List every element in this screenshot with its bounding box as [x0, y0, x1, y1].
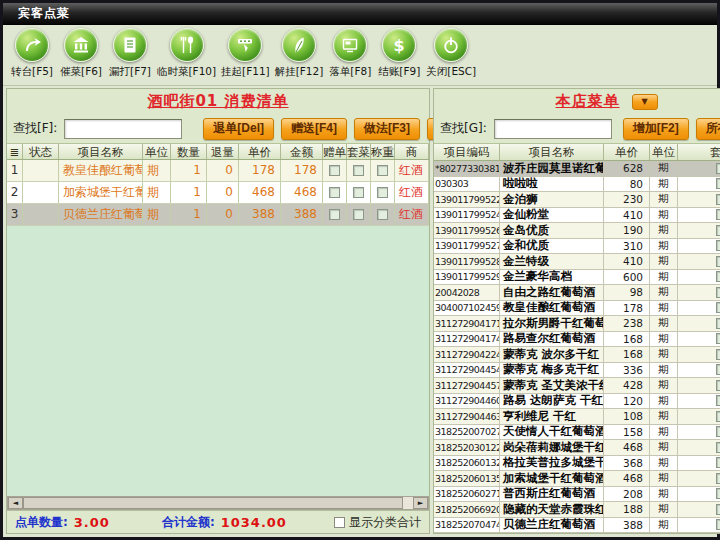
set-meal-checkbox[interactable]: [353, 209, 364, 220]
gift-checkbox[interactable]: [329, 187, 340, 198]
set-meal-checkbox[interactable]: [716, 395, 720, 406]
set-meal-checkbox[interactable]: [716, 504, 720, 515]
menu-row[interactable]: 3182520070279天使情人干红葡萄酒158期: [434, 425, 720, 441]
menu-row[interactable]: 3182520704747贝德兰庄红葡萄酒388期: [434, 518, 720, 534]
order-search-input[interactable]: [64, 119, 182, 139]
menu-row[interactable]: 3112729042241蒙蒂克 波尔多干红168期: [434, 347, 720, 363]
order-table-body: 1教皇佳酿红葡萄酒期10178178红酒2加索城堡干红葡萄酒期10468468红…: [7, 160, 429, 226]
set-meal-checkbox[interactable]: [716, 302, 720, 313]
place-order-button[interactable]: 落单[F8]: [327, 28, 373, 79]
close-button[interactable]: 关闭[ESC]: [425, 28, 477, 79]
suspend-button[interactable]: 挂起[F11]: [220, 28, 271, 79]
amount-cell: 388: [281, 204, 323, 225]
resume-button[interactable]: 解挂[F12]: [274, 28, 325, 79]
scroll-left-icon[interactable]: ◄: [8, 497, 23, 509]
menu-row[interactable]: 3182520301229岗朵蓓莉娜城堡干红468期: [434, 440, 720, 456]
item-name-cell: 加索城堡干红葡萄酒: [59, 182, 143, 203]
set-meal-checkbox[interactable]: [716, 442, 720, 453]
unit-cell: 期: [143, 182, 171, 203]
weigh-checkbox[interactable]: [377, 165, 388, 176]
set-meal-checkbox[interactable]: [716, 271, 720, 282]
menu-row[interactable]: 20042028自由之路红葡萄酒98期: [434, 285, 720, 301]
menu-row[interactable]: 3112729044603路易 达朗萨克 干红120期: [434, 394, 720, 410]
menu-row[interactable]: 3182520601329格拉芙普拉多城堡干368期: [434, 456, 720, 472]
menu-row[interactable]: 3182520601350加索城堡干红葡萄酒468期: [434, 471, 720, 487]
place-order-icon: [333, 28, 367, 62]
weigh-checkbox[interactable]: [377, 187, 388, 198]
gift-button[interactable]: 赠送[F4]: [281, 118, 347, 140]
scroll-right-icon[interactable]: ►: [413, 497, 428, 509]
unit-cell: 期: [650, 378, 678, 393]
gift-checkbox[interactable]: [329, 209, 340, 220]
menu-row[interactable]: 1390117995269金岛优质190期: [434, 223, 720, 239]
set-meal-checkbox[interactable]: [716, 209, 720, 220]
order-row[interactable]: 1教皇佳酿红葡萄酒期10178178红酒: [7, 160, 429, 182]
menu-row[interactable]: *802773303811波乔庄园莫里诺红葡628期: [434, 161, 720, 177]
menu-row[interactable]: 3112729041718拉尔斯男爵干红葡萄238期: [434, 316, 720, 332]
unit-cell: 期: [650, 487, 678, 502]
set-meal-checkbox[interactable]: [716, 457, 720, 468]
gift-checkbox[interactable]: [329, 165, 340, 176]
set-meal-checkbox[interactable]: [716, 256, 720, 267]
urge-dish-button[interactable]: 催菜[F6]: [58, 28, 104, 79]
cooking-method-button[interactable]: 做法[F3]: [354, 118, 420, 140]
menu-row[interactable]: 3182520602715普西斯庄红葡萄酒208期: [434, 487, 720, 503]
set-meal-checkbox[interactable]: [716, 364, 720, 375]
set-meal-checkbox[interactable]: [716, 333, 720, 344]
menu-row[interactable]: 3040071024595教皇佳酿红葡萄酒178期: [434, 301, 720, 317]
menu-row[interactable]: 3182520669206隐藏的天堂赤霞珠红188期: [434, 502, 720, 518]
add-item-button[interactable]: 增加[F2]: [623, 118, 689, 140]
horizontal-scroll-thumb[interactable]: [23, 497, 403, 509]
set-meal-checkbox[interactable]: [716, 163, 720, 174]
set-meal-checkbox[interactable]: [716, 287, 720, 298]
order-row[interactable]: 2加索城堡干红葡萄酒期10468468红酒: [7, 182, 429, 204]
set-meal-checkbox[interactable]: [353, 187, 364, 198]
set-meal-checkbox-cell: [678, 409, 720, 424]
item-name-cell: 金兰特级: [500, 254, 604, 269]
order-horizontal-scrollbar[interactable]: ◄ ►: [7, 496, 429, 510]
set-meal-checkbox[interactable]: [716, 225, 720, 236]
amount-cell: 468: [281, 182, 323, 203]
weigh-checkbox[interactable]: [377, 209, 388, 220]
set-meal-checkbox[interactable]: [716, 426, 720, 437]
show-category-subtotal-checkbox[interactable]: [334, 517, 345, 528]
set-meal-checkbox[interactable]: [716, 488, 720, 499]
set-meal-checkbox-cell: [678, 471, 720, 486]
unit-price-cell: 468: [604, 471, 650, 486]
set-meal-checkbox[interactable]: [353, 165, 364, 176]
menu-row[interactable]: 1390117995290金兰豪华高档600期: [434, 270, 720, 286]
menu-row[interactable]: 1390117995276金和优质310期: [434, 239, 720, 255]
set-meal-checkbox[interactable]: [716, 349, 720, 360]
menu-row[interactable]: 3112729044634亨利维尼 干红108期: [434, 409, 720, 425]
row-number-header-icon: ≣: [7, 144, 23, 159]
order-qty-value: 3.00: [74, 515, 110, 530]
item-name-cell: 金岛优质: [500, 223, 604, 238]
set-meal-checkbox[interactable]: [716, 318, 720, 329]
menu-row[interactable]: 3112729044573蒙蒂克 圣艾美浓干红428期: [434, 378, 720, 394]
set-meal-checkbox[interactable]: [716, 194, 720, 205]
menu-dropdown-button[interactable]: ▼: [632, 94, 658, 110]
set-meal-checkbox[interactable]: [716, 178, 720, 189]
refund-button[interactable]: 退单[Del]: [203, 118, 274, 140]
set-meal-checkbox[interactable]: [716, 240, 720, 251]
set-meal-checkbox[interactable]: [716, 473, 720, 484]
order-panel-header: 酒吧街01 消费清单: [7, 89, 429, 114]
transfer-table-button[interactable]: 转台[F5]: [9, 28, 55, 79]
missed-order-button[interactable]: 漏打[F7]: [107, 28, 153, 79]
checkout-button[interactable]: $ 结账[F9]: [376, 28, 422, 79]
set-meal-checkbox-cell: [678, 347, 720, 362]
menu-row[interactable]: 3112729044542蒙蒂克 梅多克干红336期: [434, 363, 720, 379]
menu-row[interactable]: 1390117995245金仙粉堂410期: [434, 208, 720, 224]
set-meal-checkbox[interactable]: [716, 519, 720, 530]
menu-search-input[interactable]: [494, 119, 612, 139]
all-categories-button[interactable]: 所有菜类 ↓: [696, 118, 720, 140]
order-row[interactable]: 3贝德兰庄红葡萄酒期10388388红酒: [7, 204, 429, 226]
menu-row[interactable]: 3112729041749路易查尔红葡萄酒168期: [434, 332, 720, 348]
temp-dish-button[interactable]: 临时菜[F10]: [156, 28, 217, 79]
menu-row[interactable]: 030303啦啦啦80期: [434, 177, 720, 193]
menu-row[interactable]: 1390117995283金兰特级410期: [434, 254, 720, 270]
menu-row[interactable]: 1390117995221金泊狮230期: [434, 192, 720, 208]
menu-column-header: 项目名称: [500, 144, 604, 160]
set-meal-checkbox[interactable]: [716, 411, 720, 422]
set-meal-checkbox[interactable]: [716, 380, 720, 391]
